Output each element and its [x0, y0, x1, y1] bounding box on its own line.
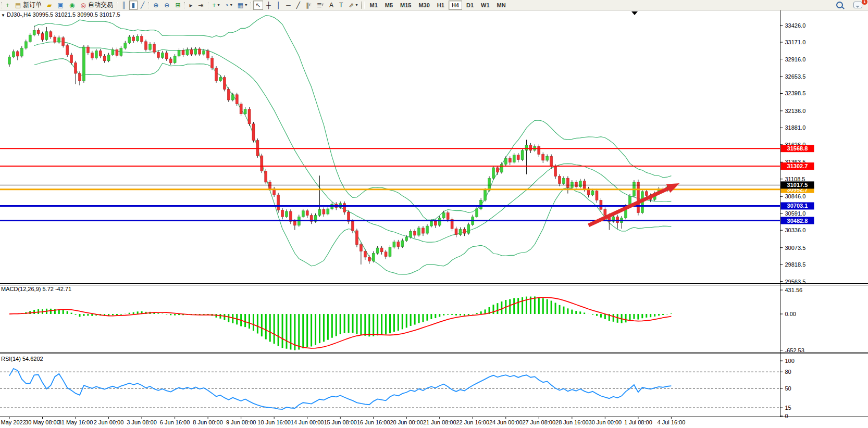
candle-body	[389, 247, 391, 257]
price-tick-label: 32398.5	[785, 90, 806, 96]
candle-body	[637, 182, 639, 213]
candle-body	[591, 191, 594, 195]
candle-body	[293, 221, 296, 225]
chart-shift-icon: ⇥	[198, 2, 203, 8]
candle-body	[509, 158, 511, 162]
candle-body	[616, 217, 619, 222]
symbol-dropdown-icon[interactable]: ▼	[1, 13, 5, 18]
chat-button[interactable]: 1	[846, 1, 864, 10]
candle-body	[352, 221, 354, 231]
time-axis-label: 2 Jun 00:00	[94, 419, 124, 425]
timeframe-m30-button[interactable]: M30	[415, 1, 432, 10]
time-axis-label: 9 Jun 08:00	[226, 419, 256, 425]
price-tick-label: 30591.0	[785, 210, 806, 217]
timeframe-w1-button[interactable]: W1	[478, 1, 493, 10]
timeframe-toolbar: M1M5M15M30H1H4D1W1MN	[366, 1, 509, 10]
candlestick-chart-button[interactable]: ▮	[129, 1, 138, 10]
search-button[interactable]	[834, 1, 845, 10]
chart-shift-marker[interactable]	[631, 11, 638, 15]
candle-body	[517, 155, 519, 160]
equidistant-channel-button[interactable]: ∥E	[304, 1, 314, 10]
time-axis-label: 21 Jun 08:00	[423, 419, 456, 425]
price-tick-label: 29563.5	[785, 279, 806, 285]
timeframe-mn-button[interactable]: MN	[494, 1, 509, 10]
zoom-out-button[interactable]: ⊖	[162, 1, 172, 10]
crosshair-button[interactable]: ┼	[264, 1, 274, 10]
gold-icon-button[interactable]: ▰	[45, 1, 54, 10]
search-icon	[836, 2, 843, 8]
timeframe-h4-button[interactable]: H4	[449, 1, 462, 10]
chart-shift-button[interactable]: ⇥	[196, 1, 206, 10]
candle-body	[132, 37, 135, 41]
toolbar-separator	[208, 2, 209, 8]
candle-body	[327, 209, 329, 214]
fibonacci-button[interactable]: ≣F	[315, 1, 326, 10]
templates-icon: ▦	[238, 2, 243, 8]
toolbar-separator	[184, 2, 185, 8]
time-axis-label: 4 Jul 16:00	[657, 419, 685, 425]
zoom-in-icon: ⊕	[153, 2, 158, 8]
new-order-button[interactable]: ▤新订单	[13, 1, 44, 10]
price-badge-label: 31568.8	[787, 145, 808, 152]
timeframe-m15-button[interactable]: M15	[397, 1, 414, 10]
candle-body	[484, 190, 487, 200]
candle-body	[265, 171, 267, 182]
candle-body	[397, 242, 400, 247]
price-tick-label: 32653.5	[785, 73, 806, 80]
auto-scroll-button[interactable]: ▸	[187, 1, 195, 10]
arrows-button[interactable]: ⇗▾	[346, 1, 359, 10]
line-chart-button[interactable]: ╱	[139, 1, 147, 10]
bar-chart-button[interactable]: ║	[119, 1, 129, 10]
price-tick-label: 30336.0	[785, 227, 806, 233]
timeframe-m1-button[interactable]: M1	[366, 1, 380, 10]
cursor-button[interactable]: ↖	[253, 1, 263, 10]
time-axis-label: 14 Jun 00:00	[291, 419, 324, 425]
periods-button[interactable]: ◔▾	[223, 1, 234, 10]
candle-body	[442, 213, 445, 218]
add-indicator-button[interactable]: +▾	[210, 1, 222, 10]
text-label-button[interactable]: T	[337, 1, 345, 10]
candle-body	[95, 51, 97, 58]
candle-body	[8, 57, 11, 64]
candle-body	[58, 37, 60, 42]
candle-body	[447, 213, 449, 220]
candle-body	[82, 47, 85, 81]
chart-canvas[interactable]: 33426.033171.032916.032653.532398.532136…	[0, 10, 868, 428]
trendline-button[interactable]: ╱	[294, 1, 303, 10]
templates-button[interactable]: ▦▾	[235, 1, 249, 10]
horizontal-line-icon: ─	[286, 2, 291, 8]
timeframe-m5-button[interactable]: M5	[382, 1, 396, 10]
toolbar-separator	[1, 2, 2, 8]
trendline-icon: ╱	[296, 2, 300, 8]
vertical-line-button[interactable]: │	[275, 1, 283, 10]
signals-icon-button[interactable]: ◉	[67, 1, 77, 10]
text-button[interactable]: A	[327, 1, 336, 10]
candle-body	[600, 200, 602, 209]
autotrading-button[interactable]: ◎自动交易	[78, 1, 115, 10]
add-indicator-icon: +	[213, 2, 216, 8]
timeframe-d1-button[interactable]: D1	[463, 1, 477, 10]
candle-body	[376, 248, 379, 253]
candle-body	[277, 195, 280, 210]
rsi-axis-label: 0	[785, 413, 788, 419]
tile-windows-button[interactable]: ⊞	[173, 1, 183, 10]
autotrading-icon: ◎	[80, 2, 85, 8]
candle-body	[211, 58, 214, 68]
candle-body	[145, 42, 147, 49]
candle-body	[579, 181, 581, 186]
time-axis-label: 24 Jun 00:00	[489, 419, 523, 425]
timeframe-h1-button[interactable]: H1	[434, 1, 448, 10]
zoom-in-button[interactable]: ⊕	[151, 1, 161, 10]
chart-svg[interactable]: 33426.033171.032916.032653.532398.532136…	[0, 10, 868, 428]
history-center-button[interactable]: ▣	[56, 1, 66, 10]
candle-body	[165, 53, 168, 59]
candle-body	[41, 34, 44, 40]
candle-body	[604, 209, 606, 215]
horizontal-line-button[interactable]: ─	[284, 1, 293, 10]
candle-body	[182, 50, 184, 55]
candle-body	[542, 154, 544, 160]
candle-body	[430, 221, 432, 226]
toolbar-separator	[148, 2, 150, 8]
new-chart-button[interactable]: +	[4, 1, 12, 10]
candle-body	[596, 191, 598, 200]
